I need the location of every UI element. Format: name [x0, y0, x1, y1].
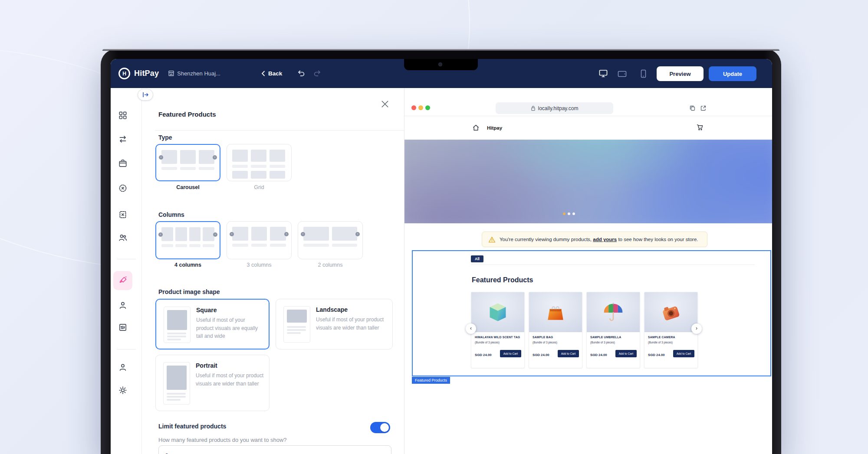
store-preview-pane: locally.hitpay.com Hitpay: [404, 88, 772, 454]
store-selector[interactable]: Shenzhen Huaj...: [168, 70, 220, 77]
collapse-panel-button[interactable]: [138, 89, 153, 101]
product-name: SAMPLE UMBRELLA: [590, 336, 637, 339]
type-option-carousel[interactable]: ‹›: [155, 144, 220, 181]
carousel-preview-thumb: ‹›: [156, 145, 220, 180]
app-screen: H HitPay Shenzhen Huaj... Back: [111, 59, 772, 454]
product-card[interactable]: HIMALAYAN WILD SCENT TAG (Bundle of 3 pi…: [471, 292, 525, 368]
product-name: SAMPLE CAMERA: [648, 336, 695, 339]
hero-dot[interactable]: [568, 212, 570, 215]
warning-text-post: to see how they looks on your store.: [617, 237, 698, 242]
columns-preview-thumb: ‹›: [156, 222, 220, 258]
mobile-icon[interactable]: [641, 69, 646, 78]
add-to-cart-button[interactable]: Add to Cart: [558, 350, 579, 357]
copy-icon[interactable]: [689, 105, 696, 111]
update-button[interactable]: Update: [709, 66, 756, 81]
account-icon[interactable]: [118, 363, 128, 372]
columns-preview-thumb: ‹›: [298, 222, 362, 259]
storefront-icon: [168, 70, 174, 77]
portrait-shape-thumb: [163, 362, 190, 405]
columns-option-3[interactable]: ‹›: [227, 221, 292, 259]
settings-gear-icon[interactable]: [118, 385, 128, 395]
sidebar-item-customise-active[interactable]: [113, 271, 132, 290]
open-external-icon[interactable]: [700, 105, 707, 111]
category-tab-all[interactable]: All: [471, 255, 483, 262]
featured-products-heading: Featured Products: [472, 276, 533, 284]
profile-icon[interactable]: [118, 300, 128, 310]
grid-preview-thumb: [227, 144, 291, 181]
shape-option-square[interactable]: Square Useful if most of your product vi…: [155, 299, 270, 349]
add-yours-link[interactable]: add yours: [593, 237, 617, 242]
laptop-camera: [438, 62, 442, 66]
shape-option-desc: Useful if most of your product visuals a…: [196, 316, 263, 340]
product-name: HIMALAYAN WILD SCENT TAG: [475, 336, 522, 339]
add-to-cart-button[interactable]: Add to Cart: [500, 350, 521, 357]
panel-divider: [155, 130, 404, 131]
payment-widget-icon[interactable]: [118, 323, 128, 332]
home-icon[interactable]: [472, 124, 480, 131]
product-card[interactable]: SAMPLE CAMERA (Bundle of 3 pieces) SGD 2…: [644, 292, 698, 368]
product-image-shopping-bag: [529, 292, 582, 332]
columns-option-2[interactable]: ‹›: [298, 221, 363, 259]
transactions-icon[interactable]: [118, 134, 128, 144]
back-button[interactable]: Back: [261, 59, 282, 88]
lock-icon: [531, 105, 536, 111]
product-price: SGD 24.00: [590, 353, 607, 357]
orders-bag-icon[interactable]: [118, 159, 128, 168]
product-card[interactable]: SAMPLE BAG (Bundle of 3 pieces) SGD 24.0…: [529, 292, 582, 368]
panel-title: Featured Products: [158, 111, 216, 118]
warning-triangle-icon: [488, 236, 496, 243]
desktop-icon[interactable]: [599, 69, 608, 78]
shape-option-desc: Useful if most of your product visuals a…: [196, 372, 264, 388]
window-close-light[interactable]: [411, 105, 416, 110]
window-zoom-light[interactable]: [425, 105, 430, 110]
product-image-umbrella: [587, 292, 640, 332]
shape-option-portrait[interactable]: Portrait Useful if most of your product …: [155, 355, 270, 411]
product-variant: (Bundle of 3 pieces): [648, 341, 673, 344]
paintbrush-icon: [118, 276, 128, 285]
columns-preview-thumb: ‹›: [227, 222, 291, 259]
columns-section-label: Columns: [158, 211, 184, 218]
discount-badge-icon[interactable]: [118, 183, 128, 193]
shape-option-title: Square: [196, 307, 217, 314]
tablet-icon[interactable]: [618, 71, 627, 77]
rail-divider: [117, 259, 136, 259]
product-price: SGD 24.00: [533, 353, 549, 357]
type-option-label: Carousel: [155, 184, 220, 190]
invoice-icon[interactable]: [118, 210, 128, 219]
address-bar[interactable]: locally.hitpay.com: [496, 102, 613, 114]
close-icon[interactable]: [381, 100, 390, 109]
add-to-cart-button[interactable]: Add to Cart: [615, 350, 637, 357]
back-label: Back: [268, 70, 282, 77]
window-minimize-light[interactable]: [418, 105, 423, 110]
preview-button[interactable]: Preview: [657, 66, 704, 81]
laptop-notch: [404, 59, 478, 70]
settings-panel: Featured Products Type ‹›: [142, 88, 404, 454]
columns-option-4[interactable]: ‹›: [155, 221, 220, 259]
product-card[interactable]: SAMPLE UMBRELLA (Bundle of 3 pieces) SGD…: [586, 292, 640, 368]
limit-question: How many featured products do you want t…: [158, 437, 287, 443]
store-navbar: Hitpay: [404, 116, 772, 140]
redo-icon[interactable]: [313, 69, 322, 77]
cart-icon[interactable]: [696, 124, 704, 131]
product-price: SGD 24.00: [475, 353, 492, 357]
hero-dot[interactable]: [572, 212, 575, 215]
collapse-panel-icon: [142, 92, 149, 98]
dashboard-grid-icon[interactable]: [118, 111, 128, 120]
undo-icon[interactable]: [296, 69, 306, 77]
carousel-prev-icon[interactable]: ‹: [466, 323, 476, 334]
limit-toggle[interactable]: [370, 422, 390, 433]
shape-option-landscape[interactable]: Landscape Useful if most of your product…: [276, 299, 393, 349]
store-nav-brand[interactable]: Hitpay: [487, 125, 502, 131]
columns-option-label: 2 columns: [298, 262, 363, 268]
type-option-label: Grid: [227, 184, 292, 190]
add-to-cart-button[interactable]: Add to Cart: [673, 350, 694, 357]
type-option-grid[interactable]: [227, 144, 292, 181]
warning-text-pre: You're currently viewing dummy products,: [500, 237, 593, 242]
columns-option-label: 3 columns: [227, 262, 292, 268]
hitpay-logo: H: [118, 68, 130, 79]
carousel-next-icon[interactable]: ›: [691, 323, 702, 334]
hero-dot-active[interactable]: [563, 212, 566, 215]
limit-count-input[interactable]: [158, 445, 391, 454]
customers-icon[interactable]: [118, 233, 128, 242]
square-shape-thumb: [164, 307, 191, 343]
